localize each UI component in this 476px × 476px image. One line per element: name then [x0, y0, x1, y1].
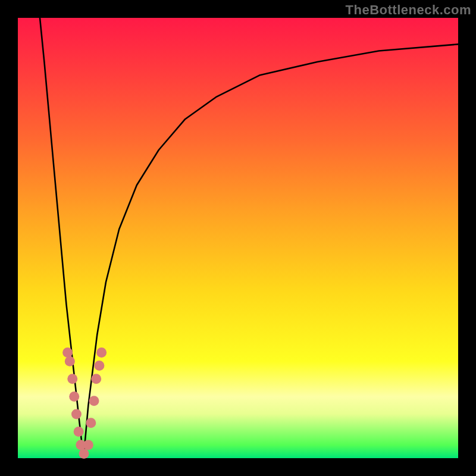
scatter-dot: [89, 396, 99, 406]
scatter-dot: [94, 361, 104, 371]
scatter-dot: [67, 374, 77, 384]
curve-left-branch: [40, 18, 83, 454]
curve-right-branch: [84, 44, 458, 453]
chart-frame: TheBottleneck.com: [0, 0, 476, 476]
scatter-dot: [79, 449, 89, 459]
plot-area: [18, 18, 458, 458]
scatter-dot: [71, 409, 82, 419]
chart-svg: [18, 18, 458, 458]
scatter-dot: [69, 392, 79, 402]
scatter-dot: [96, 347, 107, 358]
scatter-dot: [91, 374, 101, 384]
scatter-dot: [62, 347, 73, 358]
scatter-dots: [62, 347, 107, 459]
scatter-dot: [86, 418, 96, 428]
scatter-dot: [65, 356, 75, 367]
scatter-dot: [83, 440, 93, 450]
watermark-label: TheBottleneck.com: [346, 2, 471, 18]
scatter-dot: [74, 427, 84, 437]
